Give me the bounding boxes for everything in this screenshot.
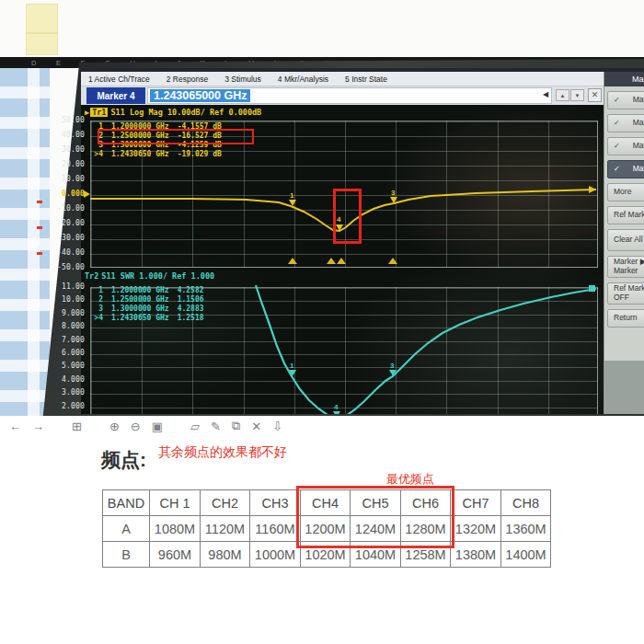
marker1-label: 1 bbox=[290, 191, 294, 200]
menu-stimulus[interactable]: 3 Stimulus bbox=[224, 75, 261, 84]
forward-icon[interactable]: → bbox=[32, 420, 44, 433]
zoom-out-icon[interactable]: ⊖ bbox=[131, 420, 141, 433]
softkey-ref-marker[interactable]: Ref Marker bbox=[607, 206, 644, 224]
menu-mkr-analysis[interactable]: 4 Mkr/Analysis bbox=[278, 75, 328, 84]
crop-icon[interactable]: ▱ bbox=[190, 420, 200, 433]
y-tick: 10.00 bbox=[37, 295, 85, 304]
y-tick: 30.00 bbox=[37, 145, 85, 154]
y-tick: -40.00 bbox=[37, 248, 85, 257]
spin-down-button[interactable]: ▼ bbox=[570, 89, 584, 101]
trace2-right-marker-icon bbox=[589, 285, 595, 292]
softkey-ref-marker-mode[interactable]: Ref Marker Mode OFF bbox=[607, 282, 644, 305]
marker-entry-label: Marker 4 bbox=[86, 87, 145, 104]
axis-marker-triangle-icon bbox=[388, 258, 397, 264]
y-tick: -10.00 bbox=[37, 204, 85, 213]
softkey-clear-all-markers[interactable]: Clear All Markers bbox=[607, 229, 644, 251]
trace1-right-arrow-icon bbox=[589, 186, 596, 193]
close-icon[interactable]: ✕ bbox=[588, 88, 602, 102]
annotation-box-dip bbox=[333, 189, 362, 244]
y-tick-ref: 0.000 bbox=[37, 190, 85, 198]
softkey-marker-1[interactable]: ✓Marker 1 bbox=[607, 91, 644, 109]
document-area: 频点: 其余频点的效果都不好 最优频点 BANDCH 1CH2CH3CH4CH5… bbox=[0, 436, 644, 644]
y-tick: 7.000 bbox=[37, 336, 85, 344]
swr-marker3-label: 3 bbox=[390, 362, 395, 370]
delete-icon[interactable]: ✕ bbox=[251, 420, 261, 433]
axis-marker-triangle-icon bbox=[337, 258, 346, 264]
softkey-more[interactable]: More bbox=[607, 183, 644, 201]
y-tick: 20.00 bbox=[37, 160, 85, 168]
softkey-marker-2[interactable]: ✓Marker 2 bbox=[607, 114, 644, 132]
ref-level-arrow-icon bbox=[84, 190, 90, 198]
marker-frequency-input[interactable]: 1.243065000 GHz bbox=[147, 87, 552, 104]
menu-active-ch-trace[interactable]: 1 Active Ch/Trace bbox=[88, 75, 150, 84]
screenshot-root: DEFGHIJKLMNOPQRSTUVWXYZAAAB 1 Active Ch/… bbox=[0, 0, 644, 644]
spreadsheet-yellow-cell bbox=[26, 33, 58, 55]
swr-marker4-label: 4 bbox=[334, 403, 339, 411]
y-tick: -30.00 bbox=[37, 234, 85, 242]
marker3-label: 3 bbox=[391, 189, 396, 197]
y-tick: 50.00 bbox=[37, 116, 85, 124]
back-icon[interactable]: ← bbox=[9, 420, 21, 433]
y-tick: 4.000 bbox=[37, 375, 85, 384]
y-tick: 6.000 bbox=[37, 349, 85, 357]
axis-marker-triangle-icon bbox=[327, 258, 336, 264]
vna-menubar: 1 Active Ch/Trace 2 Response 3 Stimulus … bbox=[81, 72, 604, 86]
edit-icon[interactable]: ✎ bbox=[211, 420, 221, 433]
y-tick: -50.00 bbox=[37, 263, 85, 271]
softkey-marker-3[interactable]: ✓Marker 3 bbox=[607, 137, 644, 155]
marker-frequency-value: 1.243065000 GHz bbox=[150, 89, 250, 102]
menu-response[interactable]: 2 Response bbox=[167, 75, 208, 84]
speaker-icon: ◀ bbox=[543, 90, 548, 98]
swr-marker4-triangle-icon bbox=[333, 411, 340, 414]
softkey-panel-filler bbox=[604, 361, 644, 414]
menu-instr-state[interactable]: 5 Instr State bbox=[345, 75, 387, 84]
y-tick: 8.000 bbox=[37, 322, 85, 330]
trace-overlay: 1 3 4 1 3 4 bbox=[81, 105, 604, 414]
y-tick: 40.00 bbox=[37, 131, 85, 139]
trace2-swr-line bbox=[256, 285, 596, 414]
download-icon[interactable]: ⇩ bbox=[272, 420, 282, 433]
spreadsheet-yellow-cell bbox=[26, 4, 58, 33]
grid-view-icon[interactable]: ⊞ bbox=[72, 420, 82, 433]
annotation-box-best-channels bbox=[296, 486, 454, 548]
image-viewer-toolbar: ← → ⊞ ⊕ ⊖ ▣ ▱ ✎ ⧉ ✕ ⇩ bbox=[0, 416, 644, 436]
y-tick: 9.000 bbox=[37, 309, 85, 317]
sheet-red-mark bbox=[37, 201, 42, 203]
y-tick: 10.00 bbox=[37, 175, 85, 183]
spin-up-button[interactable]: ▲ bbox=[556, 89, 569, 101]
y-tick: 11.00 bbox=[37, 282, 85, 291]
y-tick: 3.000 bbox=[37, 388, 85, 397]
softkey-marker-4[interactable]: ✓Marker 4 bbox=[607, 160, 644, 178]
y-tick: 2.000 bbox=[37, 402, 85, 410]
swr-marker1-label: 1 bbox=[290, 362, 294, 370]
axis-marker-triangle-icon bbox=[288, 258, 297, 264]
copy-icon[interactable]: ⧉ bbox=[232, 419, 240, 433]
marker-entry-bar: Marker 4 1.243065000 GHz ▲ ▼ ◀ ✕ bbox=[81, 86, 604, 105]
softkey-return[interactable]: Return bbox=[607, 309, 644, 328]
freq-points-label: 频点: bbox=[101, 447, 146, 473]
softkey-panel: Marker ✓Marker 1 ✓Marker 2 ✓Marker 3 ✓Ma… bbox=[604, 72, 644, 414]
softkey-panel-title: Marker bbox=[604, 72, 644, 86]
zoom-in-icon[interactable]: ⊕ bbox=[109, 420, 120, 433]
y-tick: 5.000 bbox=[37, 362, 85, 370]
actual-size-icon[interactable]: ▣ bbox=[152, 420, 163, 433]
y-tick: -20.00 bbox=[37, 219, 85, 227]
softkey-marker-to-ref[interactable]: Marker ▶ Ref Marker bbox=[607, 256, 644, 278]
annotation-other-channels: 其余频点的效果都不好 bbox=[158, 444, 287, 461]
